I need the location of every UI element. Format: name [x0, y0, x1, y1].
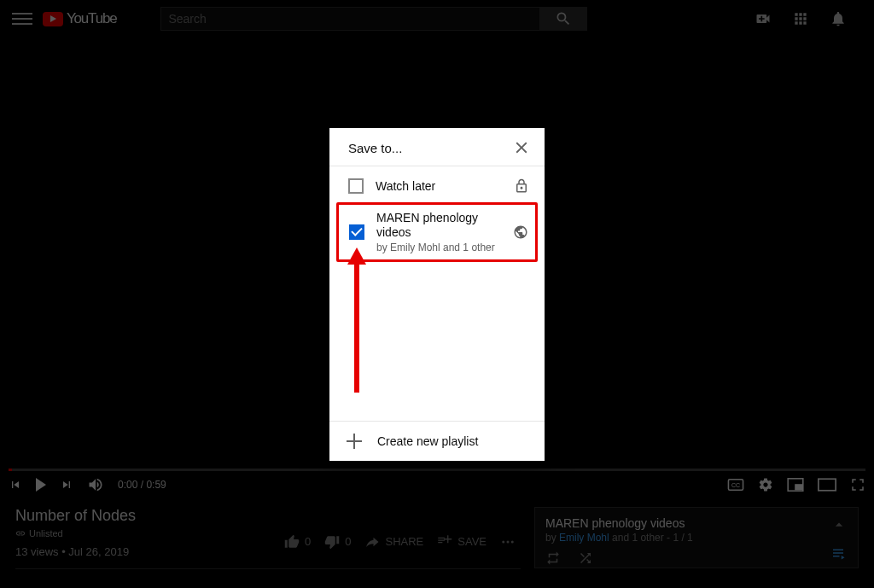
- dialog-title: Save to...: [348, 141, 402, 155]
- playlist-subtitle: by Emily Mohl and 1 other - 1 / 1: [545, 532, 848, 544]
- search-input[interactable]: [161, 12, 539, 26]
- svg-point-7: [511, 540, 514, 543]
- playlist-row-maren[interactable]: MAREN phenology videos by Emily Mohl and…: [336, 202, 538, 262]
- like-button[interactable]: 0: [284, 534, 311, 550]
- svg-point-6: [507, 540, 510, 543]
- bell-icon[interactable]: [830, 10, 847, 27]
- header-actions: [755, 10, 862, 27]
- theater-icon[interactable]: [818, 478, 836, 492]
- checkbox-checked[interactable]: [349, 224, 364, 240]
- create-playlist-label: Create new playlist: [377, 434, 478, 448]
- save-button[interactable]: SAVE: [437, 534, 487, 550]
- svg-rect-3: [795, 485, 801, 490]
- player-controls: 0:00 / 0:59 CC: [0, 471, 874, 498]
- next-icon[interactable]: [60, 478, 73, 492]
- dialog-header: Save to...: [329, 128, 545, 166]
- view-stats: 13 views • Jul 26, 2019: [15, 545, 129, 558]
- dots-icon: [500, 534, 516, 550]
- playlist-panel[interactable]: MAREN phenology videos by Emily Mohl and…: [534, 507, 859, 568]
- svg-text:CC: CC: [731, 482, 740, 488]
- more-button[interactable]: [500, 534, 516, 550]
- globe-icon: [513, 224, 528, 240]
- video-info: Number of Nodes Unlisted 13 views • Jul …: [0, 498, 874, 578]
- playlist-add-icon: [437, 534, 452, 550]
- video-title: Number of Nodes: [15, 507, 521, 525]
- shuffle-icon[interactable]: [578, 550, 593, 566]
- previous-icon[interactable]: [9, 478, 22, 492]
- playlist-queue-icon[interactable]: [829, 545, 848, 561]
- playlist-row-label: Watch later: [376, 179, 502, 194]
- playlist-row-watch-later[interactable]: Watch later: [329, 170, 545, 202]
- thumb-down-icon: [324, 534, 340, 550]
- playlist-row-label: MAREN phenology videos: [376, 211, 501, 240]
- search-icon: [555, 10, 572, 27]
- search-box: [160, 7, 587, 31]
- cc-icon[interactable]: CC: [727, 479, 744, 491]
- create-playlist-button[interactable]: Create new playlist: [329, 421, 545, 461]
- plus-icon: [347, 434, 362, 449]
- playlist-title: MAREN phenology videos: [545, 516, 848, 530]
- share-icon: [364, 534, 380, 550]
- volume-icon[interactable]: [87, 476, 104, 493]
- svg-point-5: [502, 540, 504, 543]
- play-icon[interactable]: [36, 478, 46, 492]
- loop-icon[interactable]: [545, 550, 561, 566]
- brand-text: YouTube: [67, 10, 116, 27]
- search-button[interactable]: [539, 7, 586, 31]
- settings-icon[interactable]: [758, 477, 773, 492]
- link-icon: [15, 528, 26, 539]
- close-icon[interactable]: [512, 138, 531, 157]
- fullscreen-icon[interactable]: [850, 477, 865, 492]
- time-display: 0:00 / 0:59: [118, 479, 166, 491]
- miniplayer-icon[interactable]: [787, 478, 804, 492]
- play-icon: [43, 12, 63, 26]
- checkbox-unchecked[interactable]: [348, 178, 364, 194]
- apps-icon[interactable]: [792, 10, 809, 27]
- playlist-author-link[interactable]: Emily Mohl: [559, 532, 609, 544]
- thumb-up-icon: [284, 534, 300, 550]
- masthead: YouTube: [0, 0, 874, 38]
- menu-icon[interactable]: [12, 9, 32, 29]
- youtube-logo[interactable]: YouTube: [43, 10, 116, 27]
- svg-rect-4: [819, 479, 836, 491]
- dislike-button[interactable]: 0: [324, 534, 351, 550]
- chevron-up-icon[interactable]: [830, 516, 848, 533]
- lock-icon: [514, 178, 529, 194]
- playlist-row-subtitle: by Emily Mohl and 1 other: [376, 242, 501, 253]
- share-button[interactable]: SHARE: [364, 534, 423, 550]
- video-camera-icon[interactable]: [755, 10, 772, 27]
- annotation-arrow: [351, 247, 363, 393]
